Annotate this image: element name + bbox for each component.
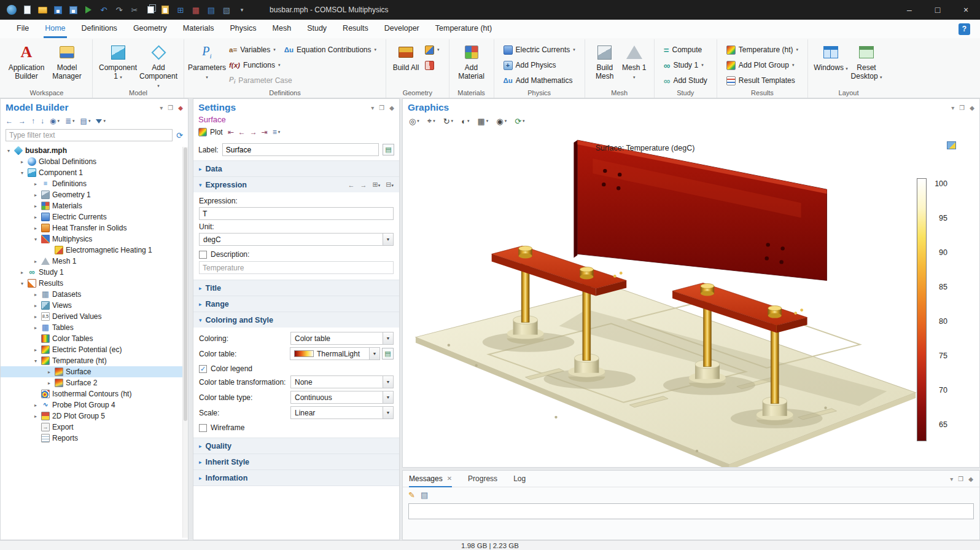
windows-button[interactable]: Windows ▾ bbox=[813, 41, 849, 74]
update-plot-button[interactable]: ⟳▾ bbox=[515, 117, 524, 126]
minimize-button[interactable]: – bbox=[895, 0, 924, 20]
panel-menu-chevron-icon[interactable]: ▾ bbox=[160, 104, 163, 111]
refresh-icon[interactable]: ⟳ bbox=[176, 131, 183, 140]
equation-contributions-button[interactable]: Δu Equation Contributions▾ bbox=[280, 42, 381, 57]
wireframe-checkbox[interactable] bbox=[199, 424, 207, 432]
select-button[interactable]: ◉▾ bbox=[496, 117, 507, 126]
tree-item-temperature-ht[interactable]: ▾Temperature (ht) bbox=[1, 355, 188, 366]
collapse-expand-button[interactable]: ≣▾ bbox=[65, 117, 75, 125]
plot-last-button[interactable]: ⇥ bbox=[262, 128, 268, 136]
run-button[interactable] bbox=[83, 4, 94, 15]
chevron-collapsed-icon[interactable]: ▸ bbox=[33, 414, 39, 419]
menu-mesh[interactable]: Mesh bbox=[265, 20, 300, 38]
dropdown-arrow-icon[interactable]: ▼ bbox=[383, 234, 393, 245]
color-table-list-button[interactable]: ▤ bbox=[382, 348, 394, 359]
pin-panel-icon[interactable]: ◆ bbox=[970, 104, 974, 111]
tree-item-reports[interactable]: Reports bbox=[1, 433, 188, 444]
tree-item-views[interactable]: ▸Views bbox=[1, 300, 188, 311]
tree-item-global-definitions[interactable]: ▸Global Definitions bbox=[1, 156, 188, 167]
dropdown-arrow-icon[interactable]: ▼ bbox=[383, 332, 393, 344]
undo-button[interactable]: ↶ bbox=[98, 4, 109, 15]
zoom-button[interactable]: ◎▾ bbox=[409, 117, 419, 126]
chevron-collapsed-icon[interactable]: ▸ bbox=[33, 403, 39, 408]
tree-item-materials[interactable]: ▸Materials bbox=[1, 200, 188, 211]
tree-item-definitions[interactable]: ▸≡Definitions bbox=[1, 178, 188, 189]
report-tool-button[interactable]: ▧ bbox=[221, 4, 232, 15]
parameters-button[interactable]: Pi Parameters ▾ bbox=[189, 41, 225, 82]
tree-item-results[interactable]: ▾Results bbox=[1, 278, 188, 289]
tree-item-probe-plot-group[interactable]: ▸∿Probe Plot Group 4 bbox=[1, 399, 188, 411]
chevron-collapsed-icon[interactable]: ▸ bbox=[33, 259, 39, 264]
float-window-icon[interactable]: ❒ bbox=[958, 476, 963, 482]
label-input[interactable] bbox=[222, 143, 379, 156]
orientation-button[interactable]: ⌖▾ bbox=[427, 116, 435, 126]
plot-button[interactable]: Plot bbox=[198, 128, 223, 136]
mesh-1-button[interactable]: Mesh 1 ▾ bbox=[620, 41, 649, 82]
graphics-canvas[interactable]: Surface: Temperature (degC) bbox=[403, 129, 979, 467]
messages-output-area[interactable] bbox=[408, 503, 974, 519]
expression-next-button[interactable]: → bbox=[360, 181, 367, 189]
show-button[interactable]: ◉▾ bbox=[50, 117, 60, 125]
open-file-button[interactable] bbox=[37, 4, 48, 15]
tab-messages[interactable]: Messages ✕ bbox=[409, 471, 452, 487]
tree-item-heat-transfer[interactable]: ▸Heat Transfer in Solids bbox=[1, 222, 188, 234]
help-button[interactable]: ? bbox=[959, 23, 970, 35]
tab-log[interactable]: Log bbox=[513, 471, 526, 487]
expression-previous-button[interactable]: ← bbox=[348, 181, 355, 189]
copy-button[interactable] bbox=[144, 4, 155, 15]
chevron-collapsed-icon[interactable]: ▸ bbox=[33, 214, 39, 220]
chevron-collapsed-icon[interactable]: ▸ bbox=[19, 270, 25, 275]
show-description-button[interactable]: ▤ bbox=[383, 144, 394, 155]
model-manager-button[interactable]: Model Manager bbox=[47, 41, 87, 82]
menu-physics[interactable]: Physics bbox=[222, 20, 264, 38]
tree-item-electric-currents[interactable]: ▸Electric Currents bbox=[1, 211, 188, 222]
section-header-title[interactable]: ▸ Title bbox=[193, 280, 399, 296]
add-physics-button[interactable]: + Add Physics bbox=[499, 58, 580, 73]
study-1-button[interactable]: ∞ Study 1▾ bbox=[659, 58, 712, 73]
filter-button[interactable]: ▾ bbox=[96, 119, 106, 124]
move-down-button[interactable]: ↓ bbox=[41, 117, 44, 125]
copy-messages-icon[interactable]: ▤ bbox=[421, 490, 428, 500]
clear-messages-icon[interactable]: ✎ bbox=[408, 490, 415, 500]
tree-item-isothermal-contours[interactable]: Isothermal Contours (ht) bbox=[1, 388, 188, 399]
tree-item-datasets[interactable]: ▸▦Datasets bbox=[1, 289, 188, 300]
duplicate-button[interactable]: ⊞ bbox=[175, 4, 186, 15]
float-window-icon[interactable]: ❒ bbox=[959, 104, 965, 111]
expression-input[interactable] bbox=[199, 207, 394, 220]
tree-item-electric-potential[interactable]: ▸Electric Potential (ec) bbox=[1, 344, 188, 355]
chevron-expanded-icon[interactable]: ▾ bbox=[33, 237, 39, 242]
scale-dropdown[interactable]: Linear ▼ bbox=[290, 406, 394, 419]
coloring-dropdown[interactable]: Color table ▼ bbox=[290, 332, 394, 345]
back-button[interactable]: ← bbox=[6, 117, 13, 125]
temperature-ht-button[interactable]: Temperature (ht)▾ bbox=[722, 42, 803, 57]
color-table-transformation-dropdown[interactable]: None ▼ bbox=[290, 375, 394, 388]
toolbar-overflow-chevron-icon[interactable]: ▾ bbox=[236, 4, 247, 15]
section-header-quality[interactable]: ▸ Quality bbox=[193, 438, 399, 454]
chevron-collapsed-icon[interactable]: ▸ bbox=[33, 325, 39, 331]
menu-results[interactable]: Results bbox=[335, 20, 376, 38]
section-header-coloring[interactable]: ▾ Coloring and Style bbox=[193, 312, 399, 328]
chevron-collapsed-icon[interactable]: ▸ bbox=[46, 380, 52, 386]
image-snapshot-icon[interactable] bbox=[947, 141, 956, 149]
section-header-inherit-style[interactable]: ▸ Inherit Style bbox=[193, 454, 399, 469]
build-mesh-button[interactable]: Build Mesh bbox=[590, 41, 620, 82]
result-templates-button[interactable]: Result Templates bbox=[722, 73, 803, 88]
build-all-button[interactable]: Build All bbox=[391, 41, 421, 74]
close-button[interactable]: × bbox=[952, 0, 980, 20]
pin-panel-icon[interactable]: ◆ bbox=[389, 104, 394, 111]
tree-item-color-tables[interactable]: Color Tables bbox=[1, 333, 188, 344]
chevron-collapsed-icon[interactable]: ▸ bbox=[33, 292, 39, 297]
functions-button[interactable]: f(x) Functions▾ bbox=[225, 58, 381, 73]
scrollbar-thumb[interactable] bbox=[184, 147, 187, 421]
panel-menu-chevron-icon[interactable]: ▾ bbox=[950, 476, 953, 482]
tree-item-export[interactable]: →Export bbox=[1, 422, 188, 433]
color-table-dropdown[interactable]: ThermalLight ▼ bbox=[290, 347, 380, 360]
color-legend-checkbox[interactable]: ✓ bbox=[199, 365, 207, 373]
menu-home[interactable]: Home bbox=[37, 20, 73, 38]
tree-item-busbar[interactable]: ▾busbar.mph bbox=[1, 145, 188, 156]
plot-previous-button[interactable]: ← bbox=[238, 128, 246, 136]
add-component-button[interactable]: Add Component ▾ bbox=[138, 41, 179, 91]
menu-definitions[interactable]: Definitions bbox=[74, 20, 125, 38]
section-header-information[interactable]: ▸ Information bbox=[193, 470, 399, 485]
reset-desktop-button[interactable]: Reset Desktop ▾ bbox=[849, 41, 884, 82]
